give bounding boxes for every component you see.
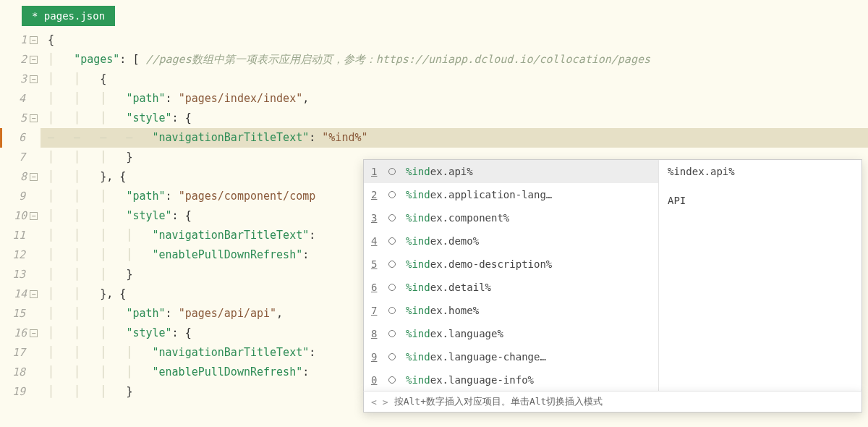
fold-icon[interactable]: −	[30, 173, 38, 181]
autocomplete-item-number: 2	[371, 189, 378, 200]
fold-icon[interactable]: −	[30, 36, 38, 44]
autocomplete-item[interactable]: 3%index.component%	[364, 206, 658, 229]
gutter-row: 19	[0, 382, 38, 402]
autocomplete-item-label: %index.language%	[406, 328, 503, 339]
autocomplete-item-label: %index.demo-description%	[406, 258, 552, 270]
autocomplete-item[interactable]: 4%index.demo%	[364, 229, 658, 253]
punct: }	[126, 268, 132, 281]
gutter-row: 15	[0, 304, 38, 324]
json-key: "enablePullDownRefresh"	[153, 248, 303, 261]
punct: : {	[172, 326, 192, 339]
json-string: "pages/component/comp	[179, 190, 316, 203]
fold-icon[interactable]: −	[30, 56, 38, 64]
line-number: 9	[19, 187, 25, 206]
line-number: 8	[20, 167, 27, 187]
json-key: "path"	[126, 92, 165, 105]
line-number: 3	[20, 69, 27, 89]
punct: {	[48, 33, 54, 46]
autocomplete-item-label: %index.language-info%	[406, 374, 534, 386]
gutter-row: 16−	[0, 324, 38, 343]
gutter-row: 14−	[0, 284, 38, 304]
punct: :	[166, 307, 179, 320]
line-number: 16	[14, 324, 27, 343]
punct: }, {	[100, 287, 126, 300]
json-key: "enablePullDownRefresh"	[153, 365, 303, 379]
fold-icon[interactable]: −	[30, 290, 38, 298]
line-number: 1	[20, 30, 27, 50]
json-string: "%ind%"	[322, 131, 367, 144]
autocomplete-item[interactable]: 0%index.language-info%	[364, 368, 658, 392]
gutter-row: 5−	[0, 109, 38, 128]
autocomplete-item[interactable]: 7%index.home%	[364, 299, 658, 322]
line-number: 15	[12, 304, 25, 324]
autocomplete-item[interactable]: 6%index.detail%	[364, 276, 658, 299]
circle-icon	[388, 237, 396, 245]
json-key: "path"	[126, 190, 165, 203]
json-key: "navigationBarTitleText"	[153, 229, 310, 242]
circle-icon	[388, 191, 396, 198]
punct: :	[302, 248, 309, 261]
autocomplete-list[interactable]: 1%index.api%2%index.application-lang…3%i…	[364, 160, 659, 392]
punct: : {	[172, 111, 192, 124]
gutter-row: 11	[0, 226, 38, 245]
autocomplete-doc: %index.api% API	[659, 160, 861, 392]
autocomplete-item[interactable]: 2%index.application-lang…	[364, 183, 658, 206]
code-line[interactable]: │ │ │ "path": "pages/index/index",	[41, 89, 868, 109]
line-number: 10	[14, 206, 27, 226]
line-number: 11	[12, 226, 25, 245]
chevron-right-icon[interactable]: >	[383, 397, 388, 407]
line-number: 19	[12, 382, 25, 402]
autocomplete-item-label: %index.home%	[406, 305, 479, 316]
punct: {	[100, 72, 106, 85]
line-number: 7	[19, 148, 25, 167]
autocomplete-item[interactable]: 8%index.language%	[364, 322, 658, 345]
code-line[interactable]: — — — — "navigationBarTitleText": "%ind%…	[41, 128, 868, 148]
comment: //pages数组中第一项表示应用启动页，参考：https://uniapp.d…	[145, 53, 650, 66]
file-tab[interactable]: * pages.json	[22, 6, 115, 26]
fold-icon[interactable]: −	[30, 329, 38, 337]
punct: ,	[276, 307, 283, 320]
autocomplete-item-number: 4	[371, 235, 378, 247]
autocomplete-item-number: 8	[371, 328, 378, 339]
autocomplete-item[interactable]: 5%index.demo-description%	[364, 253, 658, 276]
gutter-row: 7	[0, 148, 38, 167]
file-tab-label: * pages.json	[32, 10, 105, 22]
code-line[interactable]: {	[41, 30, 868, 50]
json-string: "pages/api/api"	[179, 307, 276, 320]
json-key: "style"	[126, 326, 171, 339]
fold-icon[interactable]: −	[30, 75, 38, 83]
json-key: "pages"	[74, 53, 119, 66]
autocomplete-item[interactable]: 1%index.api%	[364, 160, 658, 183]
fold-icon[interactable]: −	[30, 114, 38, 122]
autocomplete-item-number: 7	[371, 305, 378, 316]
autocomplete-doc-desc: API	[668, 195, 853, 206]
autocomplete-item[interactable]: 9%index.language-change…	[364, 345, 658, 368]
line-number: 6	[19, 128, 25, 148]
punct: :	[309, 229, 315, 242]
punct: :	[309, 131, 322, 144]
autocomplete-item-number: 9	[371, 351, 378, 363]
gutter-row: 3−	[0, 69, 38, 89]
gutter-row: 10−	[0, 206, 38, 226]
punct: }	[126, 385, 132, 398]
gutter: 1−2−3−45−678−910−11121314−1516−171819	[0, 30, 41, 402]
json-string: "pages/index/index"	[179, 92, 303, 105]
chevron-left-icon[interactable]: <	[371, 397, 377, 407]
json-key: "navigationBarTitleText"	[153, 131, 310, 144]
punct: }, {	[100, 170, 126, 183]
punct: :	[302, 365, 309, 379]
code-line[interactable]: │ │ {	[41, 69, 868, 89]
circle-icon	[388, 214, 396, 221]
autocomplete-item-label: %index.component%	[406, 212, 509, 224]
code-line[interactable]: │ "pages": [ //pages数组中第一项表示应用启动页，参考：htt…	[41, 50, 868, 69]
line-number: 17	[12, 343, 25, 363]
autocomplete-popup[interactable]: 1%index.api%2%index.application-lang…3%i…	[363, 159, 862, 392]
punct: : [	[119, 53, 145, 66]
autocomplete-item-number: 3	[371, 212, 378, 224]
circle-icon	[388, 284, 396, 291]
line-number: 12	[12, 245, 25, 265]
autocomplete-item-number: 5	[371, 258, 378, 270]
autocomplete-item-number: 6	[371, 282, 378, 293]
code-line[interactable]: │ │ │ "style": {	[41, 109, 868, 128]
fold-icon[interactable]: −	[30, 212, 38, 220]
